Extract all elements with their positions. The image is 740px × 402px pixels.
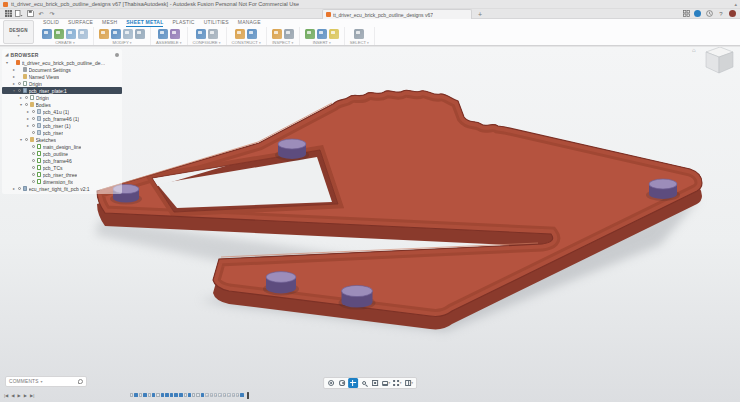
visibility-eye-icon[interactable] bbox=[32, 159, 36, 163]
shell-icon[interactable] bbox=[123, 29, 133, 39]
configuration-table-icon[interactable] bbox=[208, 29, 218, 39]
flange-icon[interactable] bbox=[42, 29, 52, 39]
configure-icon[interactable] bbox=[196, 29, 206, 39]
file-menu-icon[interactable] bbox=[15, 10, 23, 18]
visibility-eye-icon[interactable] bbox=[32, 110, 36, 114]
group-label[interactable]: INSERT ▾ bbox=[313, 40, 331, 45]
visibility-eye-icon[interactable] bbox=[25, 96, 29, 100]
view-cube[interactable]: ⌂ bbox=[692, 47, 733, 73]
home-icon[interactable]: ⌂ bbox=[692, 47, 696, 53]
group-label[interactable]: INSPECT ▾ bbox=[272, 40, 293, 45]
offset-plane-icon[interactable] bbox=[235, 29, 245, 39]
standoff-peg[interactable] bbox=[275, 139, 309, 161]
undo-icon[interactable]: ↶ bbox=[37, 10, 45, 18]
timeline-feature-icon[interactable] bbox=[196, 393, 199, 397]
timeline-skip-end-button[interactable]: ▶| bbox=[30, 393, 34, 398]
browser-node[interactable]: ▸pcb_riser (1) bbox=[2, 122, 122, 129]
new-component-icon[interactable] bbox=[158, 29, 168, 39]
workspace-switcher[interactable]: DESIGN ▾ bbox=[3, 20, 34, 44]
browser-node[interactable]: ▾pcb_riser_plate:1 bbox=[2, 87, 122, 94]
notifications-icon[interactable] bbox=[705, 10, 713, 18]
timeline-sketch-icon[interactable] bbox=[170, 393, 174, 398]
timeline-feature-icon[interactable] bbox=[139, 393, 142, 397]
new-document-tab-button[interactable]: + bbox=[476, 10, 484, 18]
fit-icon[interactable] bbox=[370, 378, 380, 388]
tab-manage[interactable]: MANAGE bbox=[238, 19, 261, 27]
group-label[interactable]: CREATE ▾ bbox=[55, 40, 75, 45]
chevron-expanded-icon[interactable]: ▾ bbox=[19, 102, 23, 107]
chevron-collapsed-icon[interactable]: ▸ bbox=[12, 81, 16, 86]
chevron-collapsed-icon[interactable]: ▸ bbox=[26, 123, 30, 128]
tab-surface[interactable]: SURFACE bbox=[68, 19, 93, 27]
select-icon[interactable] bbox=[354, 29, 364, 39]
group-label[interactable]: SELECT ▾ bbox=[350, 40, 369, 45]
group-label[interactable]: ASSEMBLE ▾ bbox=[156, 40, 182, 45]
pcb-riser-plate-model[interactable] bbox=[97, 90, 702, 329]
standoff-peg[interactable] bbox=[263, 272, 299, 296]
group-label[interactable]: CONSTRUCT ▾ bbox=[232, 40, 261, 45]
measure-icon[interactable] bbox=[272, 29, 282, 39]
group-label[interactable]: CONFIGURE ▾ bbox=[193, 40, 221, 45]
chevron-collapsed-icon[interactable]: ▸ bbox=[26, 116, 30, 121]
browser-node[interactable]: pcb_frame46 bbox=[2, 157, 122, 164]
timeline-feature-icon[interactable] bbox=[148, 393, 151, 397]
browser-options-icon[interactable] bbox=[115, 53, 119, 57]
tab-solid[interactable]: SOLID bbox=[43, 19, 59, 27]
timeline-sketch-icon[interactable] bbox=[152, 393, 156, 398]
chevron-expanded-icon[interactable]: ▾ bbox=[12, 88, 16, 93]
timeline-step-back-button[interactable]: ◀ bbox=[11, 393, 14, 398]
timeline-feature-icon[interactable] bbox=[192, 393, 195, 397]
timeline-joint-icon[interactable] bbox=[210, 393, 213, 397]
chevron-collapsed-icon[interactable]: ▸ bbox=[26, 109, 30, 114]
job-status-icon[interactable] bbox=[694, 10, 701, 17]
tab-utilities[interactable]: UTILITIES bbox=[204, 19, 229, 27]
profile-avatar[interactable] bbox=[729, 10, 736, 17]
visibility-eye-icon[interactable] bbox=[32, 145, 36, 149]
convert-to-sheet-metal-icon[interactable] bbox=[66, 29, 76, 39]
unstitch-icon[interactable] bbox=[135, 29, 145, 39]
timeline-sketch-icon[interactable] bbox=[179, 393, 183, 398]
timeline-sketch-icon[interactable] bbox=[161, 393, 165, 398]
fillet-icon[interactable] bbox=[111, 29, 121, 39]
axis-icon[interactable] bbox=[247, 29, 257, 39]
timeline-joint-icon[interactable] bbox=[223, 393, 226, 397]
browser-node[interactable]: pcb_riser_three bbox=[2, 171, 122, 178]
visibility-eye-icon[interactable] bbox=[32, 124, 36, 128]
timeline-sketch-icon[interactable] bbox=[174, 393, 178, 398]
browser-node[interactable]: ▸pcb_frame46 (1) bbox=[2, 115, 122, 122]
comments-bar[interactable]: COMMENTS ▾ bbox=[5, 376, 87, 387]
browser-node[interactable]: dimension_fix bbox=[2, 178, 122, 185]
timeline-sketch-icon[interactable] bbox=[188, 393, 192, 398]
visibility-eye-icon[interactable] bbox=[18, 89, 22, 93]
visibility-eye-icon[interactable] bbox=[32, 180, 36, 184]
chevron-expanded-icon[interactable]: ▾ bbox=[5, 60, 9, 65]
browser-node[interactable]: ▸Document Settings bbox=[2, 66, 122, 73]
display-settings-icon[interactable]: ▾ bbox=[381, 378, 391, 388]
browser-node[interactable]: pcb_riser bbox=[2, 129, 122, 136]
browser-node[interactable]: ▸Origin bbox=[2, 94, 122, 101]
chevron-collapsed-icon[interactable]: ▸ bbox=[19, 95, 23, 100]
browser-node[interactable]: ▸Named Views bbox=[2, 73, 122, 80]
timeline-sketch-icon[interactable] bbox=[201, 393, 205, 398]
timeline-feature-icon[interactable] bbox=[156, 393, 159, 397]
browser-node[interactable]: pcb_outline bbox=[2, 150, 122, 157]
collapse-toolbar-icon[interactable]: ▴ bbox=[734, 1, 737, 7]
browser-node[interactable]: ▸pcb_41u (1) bbox=[2, 108, 122, 115]
browser-node[interactable]: ▸Origin bbox=[2, 80, 122, 87]
extensions-icon[interactable] bbox=[682, 10, 690, 18]
browser-node[interactable]: pcb_TCs bbox=[2, 164, 122, 171]
visibility-eye-icon[interactable] bbox=[18, 187, 22, 191]
zoom-icon[interactable] bbox=[359, 378, 369, 388]
timeline-joint-icon[interactable] bbox=[227, 393, 230, 397]
unfold-icon[interactable] bbox=[78, 29, 88, 39]
chevron-expanded-icon[interactable]: ▾ bbox=[19, 137, 23, 142]
timeline-sketch-icon[interactable] bbox=[240, 393, 244, 398]
timeline-feature-icon[interactable] bbox=[184, 393, 187, 397]
browser-node[interactable]: main_design_line bbox=[2, 143, 122, 150]
joint-icon[interactable] bbox=[170, 29, 180, 39]
visibility-eye-icon[interactable] bbox=[25, 138, 29, 142]
standoff-peg[interactable] bbox=[339, 285, 376, 309]
visibility-eye-icon[interactable] bbox=[32, 117, 36, 121]
section-analysis-icon[interactable] bbox=[284, 29, 294, 39]
visibility-eye-icon[interactable] bbox=[18, 82, 22, 86]
